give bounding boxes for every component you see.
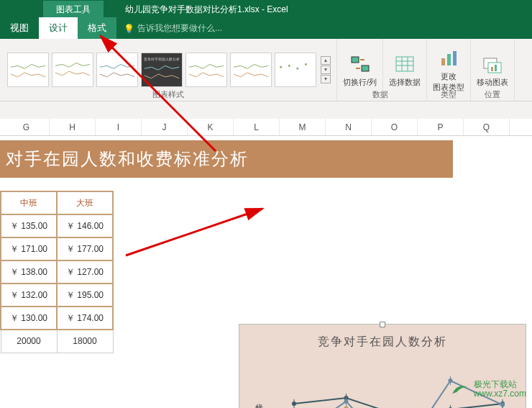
col-header[interactable]: O (372, 119, 418, 135)
table-row: 2000018000 (1, 330, 113, 353)
col-header[interactable]: I (96, 119, 142, 135)
price-table[interactable]: 中班大班 ￥ 135.00￥ 146.00 ￥ 171.00￥ 177.00 ￥… (0, 191, 114, 353)
svg-rect-5 (352, 57, 359, 63)
switch-label: 切换行/列 (343, 77, 377, 88)
chevron-down-icon: ▾ (321, 65, 331, 74)
change-type-label: 更改 (441, 71, 457, 82)
document-title: 幼儿园竞争对手数据对比分析1.xlsx - Excel (125, 4, 288, 16)
select-data-button[interactable]: 选择数据 (383, 39, 427, 101)
select-data-label: 选择数据 (389, 77, 421, 88)
table-header: 大班 (57, 191, 113, 214)
lightbulb-icon: 💡 (124, 24, 134, 34)
chart-tools-tab: 图表工具 (43, 1, 104, 19)
col-header[interactable]: J (142, 119, 188, 135)
svg-rect-12 (441, 58, 445, 65)
title-bar: 图表工具 幼儿园竞争对手数据对比分析1.xlsx - Excel (0, 0, 532, 19)
styles-group-label: 图表样式 (0, 89, 336, 100)
table-header: 中班 (1, 191, 57, 214)
type-group-label: 类型 (427, 89, 470, 100)
table-row: ￥ 135.00￥ 146.00 (1, 214, 113, 237)
svg-rect-18 (495, 65, 497, 71)
svg-point-1 (280, 66, 282, 68)
col-header[interactable]: H (50, 119, 96, 135)
chevron-up-icon: ▴ (321, 56, 331, 65)
col-header[interactable]: K (188, 119, 234, 135)
chart-style-3[interactable] (96, 53, 138, 87)
move-chart-label: 移动图表 (477, 77, 508, 88)
tab-view[interactable]: 视图 (0, 17, 39, 39)
svg-rect-7 (396, 57, 413, 71)
switch-row-col-button[interactable]: 切换行/列 数据 (337, 39, 383, 101)
resize-handle[interactable] (380, 322, 385, 327)
svg-point-4 (305, 63, 307, 65)
table-row: ￥ 138.00￥ 127.00 (1, 260, 113, 284)
y-axis-title[interactable]: 坐标轴标题 (254, 396, 265, 404)
svg-rect-17 (491, 67, 493, 71)
sheet-title-banner: 对手在园人数和收费标准分析 (0, 140, 453, 178)
table-row: ￥ 171.00￥ 177.00 (1, 237, 113, 260)
ribbon: 竞争对手在园人数分析 ▴▾▾ 图表样式 切换行/列 数据 选择数据 更改 图表类… (0, 39, 532, 101)
select-data-icon (393, 53, 416, 76)
tab-format[interactable]: 格式 (78, 17, 116, 39)
column-headers: G H I J K L M N O P Q (0, 119, 532, 136)
chart-style-7[interactable] (275, 53, 316, 87)
svg-rect-6 (362, 65, 369, 71)
svg-text:竞争对手在园人数分析: 竞争对手在园人数分析 (144, 57, 180, 61)
svg-rect-14 (453, 51, 457, 65)
col-header[interactable]: L (234, 119, 280, 135)
table-row: ￥ 130.00￥ 174.00 (1, 307, 113, 330)
svg-point-3 (296, 68, 298, 70)
watermark: 极光下载站 www.xz7.com (451, 379, 526, 399)
location-group-label: 位置 (471, 89, 514, 100)
chart-style-2[interactable] (52, 53, 93, 87)
col-header[interactable]: N (326, 119, 372, 135)
tell-me-placeholder: 告诉我您想要做什么... (137, 22, 222, 35)
logo-icon (451, 379, 471, 399)
tell-me-input[interactable]: 💡 告诉我您想要做什么... (116, 18, 229, 39)
chart-styles-group: 竞争对手在园人数分析 ▴▾▾ 图表样式 (0, 39, 337, 101)
table-row: ￥ 132.00￥ 195.00 (1, 284, 113, 307)
chart-style-1[interactable] (7, 53, 49, 87)
col-header[interactable]: M (280, 119, 326, 135)
chart-style-5[interactable] (185, 53, 227, 87)
styles-more-button[interactable]: ▴▾▾ (321, 56, 331, 83)
svg-point-2 (288, 65, 290, 67)
change-chart-type-button[interactable]: 更改 图表类型 类型 (427, 39, 471, 101)
tab-design[interactable]: 设计 (39, 17, 78, 39)
move-chart-icon (481, 53, 504, 76)
col-header[interactable]: P (418, 119, 464, 135)
chart-title[interactable]: 竞争对手在园人数分析 (239, 335, 526, 350)
col-header[interactable]: Q (464, 119, 510, 135)
chart-style-4[interactable]: 竞争对手在园人数分析 (141, 53, 183, 87)
move-chart-button[interactable]: 移动图表 位置 (471, 39, 515, 101)
worksheet[interactable]: 对手在园人数和收费标准分析 中班大班 ￥ 135.00￥ 146.00 ￥ 17… (0, 140, 532, 353)
chart-style-6[interactable] (230, 53, 272, 87)
chart-type-icon (437, 47, 460, 70)
ribbon-tabs: 视图 设计 格式 💡 告诉我您想要做什么... (0, 19, 532, 39)
switch-icon (349, 53, 372, 76)
dropdown-icon: ▾ (321, 75, 331, 83)
col-header[interactable]: G (4, 119, 50, 135)
svg-rect-13 (447, 54, 451, 65)
